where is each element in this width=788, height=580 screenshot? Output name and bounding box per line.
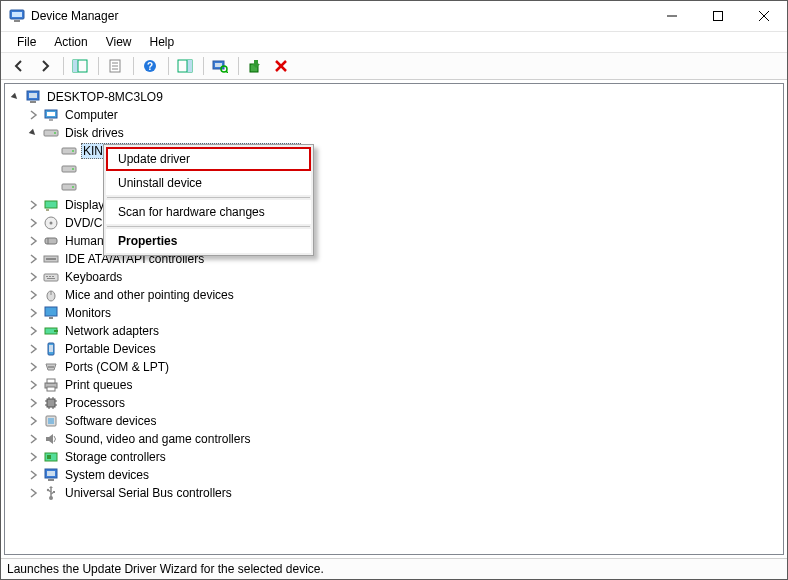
portable-device-icon [43, 341, 59, 357]
svg-point-63 [52, 366, 54, 368]
expand-icon[interactable] [27, 415, 39, 427]
processor-icon [43, 395, 59, 411]
content-area: DESKTOP-8MC3LO9 Computer Dis [1, 80, 787, 558]
tree-item-system[interactable]: System devices [27, 466, 783, 484]
expand-icon[interactable] [27, 325, 39, 337]
tree-item-label: Mice and other pointing devices [63, 288, 236, 302]
help-button[interactable]: ? [138, 55, 162, 77]
tree-item-label: Ports (COM & LPT) [63, 360, 171, 374]
tree-item-label [81, 162, 88, 176]
context-menu: Update driver Uninstall device Scan for … [103, 144, 314, 256]
tree-item-label: Processors [63, 396, 127, 410]
properties-button[interactable] [103, 55, 127, 77]
tree-item-label [81, 180, 88, 194]
expand-icon[interactable] [27, 343, 39, 355]
tree-item-usb[interactable]: Universal Serial Bus controllers [27, 484, 783, 502]
expand-icon[interactable] [27, 253, 39, 265]
disk-drive-icon [43, 125, 59, 141]
tree-item-portable[interactable]: Portable Devices [27, 340, 783, 358]
ide-controller-icon [43, 251, 59, 267]
expand-icon[interactable] [27, 217, 39, 229]
svg-rect-28 [30, 101, 36, 103]
tree-item-label: Software devices [63, 414, 158, 428]
toolbar-separator [238, 57, 239, 75]
context-properties[interactable]: Properties [106, 229, 311, 253]
close-button[interactable] [741, 1, 787, 31]
toolbar-separator [168, 57, 169, 75]
scan-hardware-button[interactable] [208, 55, 232, 77]
menu-view[interactable]: View [98, 33, 140, 51]
expand-icon[interactable] [27, 469, 39, 481]
tree-item-processors[interactable]: Processors [27, 394, 783, 412]
svg-rect-30 [47, 112, 55, 116]
toolbar-separator [98, 57, 99, 75]
collapse-icon[interactable] [9, 91, 21, 103]
svg-point-37 [72, 168, 74, 170]
svg-point-62 [50, 366, 52, 368]
storage-controller-icon [43, 449, 59, 465]
forward-button[interactable] [33, 55, 57, 77]
tree-item-ports[interactable]: Ports (COM & LPT) [27, 358, 783, 376]
tree-item-keyboards[interactable]: Keyboards [27, 268, 783, 286]
uninstall-device-button[interactable] [269, 55, 293, 77]
toolbar-separator [63, 57, 64, 75]
expand-icon[interactable] [27, 307, 39, 319]
expand-icon[interactable] [27, 451, 39, 463]
expand-icon[interactable] [27, 199, 39, 211]
expand-icon[interactable] [27, 487, 39, 499]
collapse-icon[interactable] [27, 127, 39, 139]
port-icon [43, 359, 59, 375]
show-hide-console-tree-button[interactable] [68, 55, 92, 77]
expand-icon[interactable] [27, 235, 39, 247]
expand-icon[interactable] [27, 361, 39, 373]
svg-rect-86 [53, 491, 55, 493]
window-title: Device Manager [31, 9, 649, 23]
context-uninstall-device[interactable]: Uninstall device [106, 171, 311, 195]
tree-item-storage[interactable]: Storage controllers [27, 448, 783, 466]
tree-item-mice[interactable]: Mice and other pointing devices [27, 286, 783, 304]
svg-rect-8 [73, 60, 78, 72]
context-update-driver[interactable]: Update driver [106, 147, 311, 171]
minimize-button[interactable] [649, 1, 695, 31]
svg-rect-60 [49, 345, 53, 352]
tree-item-label: Portable Devices [63, 342, 158, 356]
maximize-button[interactable] [695, 1, 741, 31]
context-separator [107, 226, 310, 227]
back-button[interactable] [7, 55, 31, 77]
tree-item-computer[interactable]: Computer [27, 106, 783, 124]
usb-icon [43, 485, 59, 501]
disk-drive-icon [61, 161, 77, 177]
action-pane-button[interactable] [173, 55, 197, 77]
svg-line-22 [226, 71, 228, 73]
svg-rect-82 [48, 479, 54, 481]
tree-item-network[interactable]: Network adapters [27, 322, 783, 340]
expand-icon[interactable] [27, 397, 39, 409]
svg-rect-51 [52, 276, 54, 277]
svg-rect-66 [47, 387, 55, 391]
menu-help[interactable]: Help [142, 33, 183, 51]
svg-rect-1 [12, 12, 22, 17]
menu-action[interactable]: Action [46, 33, 95, 51]
expand-icon[interactable] [27, 271, 39, 283]
svg-text:?: ? [147, 61, 153, 72]
device-manager-window: Device Manager File Action View Help [0, 0, 788, 580]
toolbar-separator [203, 57, 204, 75]
svg-point-33 [54, 132, 56, 134]
menu-file[interactable]: File [9, 33, 44, 51]
sound-icon [43, 431, 59, 447]
context-scan-hardware[interactable]: Scan for hardware changes [106, 200, 311, 224]
tree-item-sound[interactable]: Sound, video and game controllers [27, 430, 783, 448]
tree-item-print-queues[interactable]: Print queues [27, 376, 783, 394]
window-controls [649, 1, 787, 31]
svg-rect-17 [187, 60, 192, 72]
device-tree[interactable]: DESKTOP-8MC3LO9 Computer Dis [4, 83, 784, 555]
tree-item-monitors[interactable]: Monitors [27, 304, 783, 322]
tree-item-software[interactable]: Software devices [27, 412, 783, 430]
expand-icon[interactable] [27, 109, 39, 121]
update-driver-button[interactable] [243, 55, 267, 77]
expand-icon[interactable] [27, 379, 39, 391]
svg-rect-40 [45, 201, 57, 208]
expand-icon[interactable] [27, 289, 39, 301]
computer-icon [25, 89, 41, 105]
expand-icon[interactable] [27, 433, 39, 445]
